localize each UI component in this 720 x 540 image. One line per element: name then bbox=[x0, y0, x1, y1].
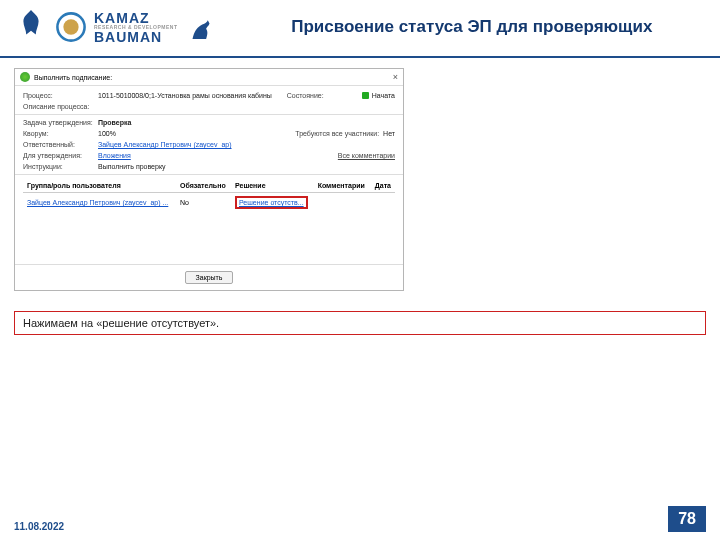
quorum-value: 100% bbox=[98, 130, 116, 137]
dialog-titlebar: Выполнить подписание: × bbox=[15, 69, 403, 86]
dialog-app-icon bbox=[20, 72, 30, 82]
horse-logo-icon bbox=[184, 8, 218, 46]
slide-header: KAMAZ RESEARCH & DEVELOPMENT BAUMAN Прис… bbox=[0, 0, 720, 58]
state-value: Начата bbox=[372, 92, 395, 99]
row-user-link[interactable]: Зайцев Александр Петрович (zaycev_ap) ..… bbox=[27, 199, 168, 206]
logo-group: KAMAZ RESEARCH & DEVELOPMENT BAUMAN bbox=[14, 8, 218, 46]
col-comments: Комментарии bbox=[314, 179, 371, 193]
responsible-label: Ответственный: bbox=[23, 141, 98, 148]
page-number: 78 bbox=[668, 506, 706, 532]
signoff-dialog: Выполнить подписание: × Процесс: 1011-50… bbox=[14, 68, 404, 291]
slide-title: Присвоение статуса ЭП для проверяющих bbox=[218, 16, 706, 37]
decision-missing-link[interactable]: Решение отсутств... bbox=[239, 199, 304, 206]
col-group: Группа/роль пользователя bbox=[23, 179, 176, 193]
task-value: Проверка bbox=[98, 119, 131, 126]
quorum-label: Кворум: bbox=[23, 130, 98, 137]
col-required: Обязательно bbox=[176, 179, 231, 193]
task-label: Задача утверждения: bbox=[23, 119, 98, 126]
state-label: Состояние: bbox=[287, 92, 362, 99]
process-value: 1011-5010008/0;1-Установка рамы основани… bbox=[98, 92, 272, 99]
slide-footer: 11.08.2022 78 bbox=[0, 506, 720, 532]
description-label: Описание процесса: bbox=[23, 103, 98, 110]
close-icon[interactable]: × bbox=[393, 72, 398, 82]
close-button[interactable]: Закрыть bbox=[185, 271, 234, 284]
responsible-link[interactable]: Зайцев Александр Петрович (zaycev_ap) bbox=[98, 141, 232, 148]
instructions-label: Инструкции: bbox=[23, 163, 98, 170]
col-date: Дата bbox=[370, 179, 395, 193]
slide-content: Выполнить подписание: × Процесс: 1011-50… bbox=[0, 58, 720, 345]
slide-date: 11.08.2022 bbox=[14, 521, 64, 532]
kamaz-bauman-logo: KAMAZ RESEARCH & DEVELOPMENT BAUMAN bbox=[94, 11, 178, 44]
process-label: Процесс: bbox=[23, 92, 98, 99]
eagle-logo-icon bbox=[14, 8, 48, 46]
svg-point-1 bbox=[63, 19, 78, 34]
table-row: Зайцев Александр Петрович (zaycev_ap) ..… bbox=[23, 193, 395, 213]
signoff-table: Группа/роль пользователя Обязательно Реш… bbox=[23, 179, 395, 212]
dialog-title-text: Выполнить подписание: bbox=[34, 74, 112, 81]
seal-logo-icon bbox=[54, 8, 88, 46]
state-status-icon bbox=[362, 92, 369, 99]
instructions-value: Выполнить проверку bbox=[98, 163, 166, 170]
decision-highlight: Решение отсутств... bbox=[235, 196, 308, 209]
row-date bbox=[370, 193, 395, 213]
all-comments-link[interactable]: Все комментарии bbox=[338, 152, 395, 159]
instruction-box: Нажимаем на «решение отсутствует». bbox=[14, 311, 706, 335]
allreq-label: Требуются все участники: bbox=[295, 130, 379, 137]
row-comments bbox=[314, 193, 371, 213]
row-required: No bbox=[176, 193, 231, 213]
approval-label: Для утверждения: bbox=[23, 152, 98, 159]
col-decision: Решение bbox=[231, 179, 314, 193]
allreq-value: Нет bbox=[383, 130, 395, 137]
attachments-link[interactable]: Вложения bbox=[98, 152, 131, 159]
